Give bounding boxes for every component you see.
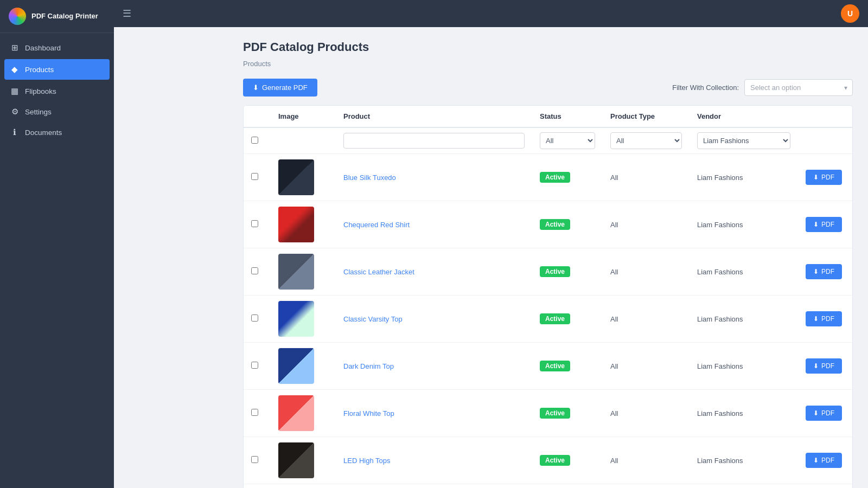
product-image-2 <box>278 254 314 290</box>
row-image-cell <box>271 390 336 437</box>
row-checkbox-5[interactable] <box>251 409 258 416</box>
table-filter-row: All All Liam Fashions <box>244 127 852 154</box>
pdf-button-6[interactable]: ⬇ PDF <box>806 453 842 468</box>
product-image-0 <box>278 159 314 195</box>
col-action-header <box>798 106 852 127</box>
row-type-cell: All <box>603 343 690 390</box>
row-checkbox-cell <box>244 437 271 484</box>
row-checkbox-4[interactable] <box>251 362 258 369</box>
row-action-cell: ⬇ PDF <box>798 296 852 343</box>
pdf-label-6: PDF <box>821 457 834 464</box>
table-row: Floral White Top Active All Liam Fashion… <box>244 390 852 437</box>
col-product-header: Product <box>336 106 532 127</box>
product-name-1[interactable]: Chequered Red Shirt <box>343 221 410 229</box>
row-type-cell: All <box>603 484 690 489</box>
row-action-cell: ⬇ PDF <box>798 437 852 484</box>
row-type-cell: All <box>603 154 690 201</box>
product-name-4[interactable]: Dark Denim Top <box>343 362 394 370</box>
status-badge-0: Active <box>540 172 570 183</box>
row-status-cell: Active <box>532 248 603 296</box>
pdf-label-3: PDF <box>821 315 834 323</box>
pdf-button-4[interactable]: ⬇ PDF <box>806 358 842 374</box>
pdf-download-icon-5: ⬇ <box>813 409 819 417</box>
row-checkbox-3[interactable] <box>251 314 258 322</box>
sidebar-item-products[interactable]: ◆ Products <box>4 59 110 80</box>
products-icon: ◆ <box>10 65 20 74</box>
table-row: Blue Silk Tuxedo Active All Liam Fashion… <box>244 154 852 201</box>
vendor-filter-select[interactable]: Liam Fashions <box>697 132 790 149</box>
sidebar-item-dashboard[interactable]: ⊞ Dashboard <box>0 37 114 58</box>
status-badge-2: Active <box>540 266 570 277</box>
row-image-cell <box>271 296 336 343</box>
user-avatar[interactable]: U <box>841 4 859 23</box>
pdf-download-icon-0: ⬇ <box>813 174 819 181</box>
row-image-cell <box>271 248 336 296</box>
product-name-5[interactable]: Floral White Top <box>343 409 394 418</box>
product-name-3[interactable]: Classic Varsity Top <box>343 315 403 323</box>
pdf-button-2[interactable]: ⬇ PDF <box>806 264 842 279</box>
topbar: ☰ U <box>114 0 868 27</box>
page-title: PDF Catalog Products <box>243 40 853 54</box>
status-filter-select[interactable]: All <box>540 132 595 149</box>
row-type-cell: All <box>603 201 690 248</box>
table-header-row: Image Product Status Product Type Vendor <box>244 106 852 127</box>
col-vendor-header: Vendor <box>690 106 798 127</box>
filter-product-cell <box>336 127 532 154</box>
row-checkbox-6[interactable] <box>251 456 258 463</box>
row-checkbox-1[interactable] <box>251 220 258 227</box>
row-checkbox-cell <box>244 343 271 390</box>
sidebar-item-flipbooks[interactable]: ▦ Flipbooks <box>0 81 114 101</box>
collection-filter-select[interactable]: Select an option <box>744 79 853 96</box>
sidebar-item-documents[interactable]: ℹ Documents <box>0 122 114 143</box>
row-status-cell: Active <box>532 484 603 489</box>
row-checkbox-cell <box>244 154 271 201</box>
sidebar-nav: ⊞ Dashboard ◆ Products ▦ Flipbooks ⚙ Set… <box>0 33 114 147</box>
select-all-checkbox[interactable] <box>251 137 258 144</box>
row-image-cell <box>271 154 336 201</box>
row-product-cell: Long Sleeve Cotton Top <box>336 484 532 489</box>
sidebar-item-settings[interactable]: ⚙ Settings <box>0 101 114 122</box>
app-title: PDF Catalog Printer <box>31 12 98 21</box>
product-name-0[interactable]: Blue Silk Tuxedo <box>343 174 396 182</box>
row-image-cell <box>271 437 336 484</box>
pdf-label-0: PDF <box>821 174 834 181</box>
row-checkbox-2[interactable] <box>251 267 258 274</box>
product-image-4 <box>278 348 314 384</box>
row-type-cell: All <box>603 437 690 484</box>
row-checkbox-cell <box>244 390 271 437</box>
product-name-6[interactable]: LED High Tops <box>343 457 390 465</box>
product-filter-input[interactable] <box>343 133 525 149</box>
row-product-cell: Floral White Top <box>336 390 532 437</box>
row-action-cell: ⬇ PDF <box>798 248 852 296</box>
generate-pdf-button[interactable]: ⬇ Generate PDF <box>243 79 317 97</box>
pdf-button-1[interactable]: ⬇ PDF <box>806 217 842 232</box>
pdf-label-2: PDF <box>821 268 834 275</box>
row-action-cell: ⬇ PDF <box>798 201 852 248</box>
status-badge-6: Active <box>540 455 570 466</box>
breadcrumb: Products <box>243 60 853 68</box>
sidebar: PDF Catalog Printer ⊞ Dashboard ◆ Produc… <box>0 0 114 488</box>
row-vendor-cell: Liam Fashions <box>690 201 798 248</box>
pdf-button-5[interactable]: ⬇ PDF <box>806 406 842 421</box>
filter-label: Filter With Collection: <box>672 84 739 92</box>
dashboard-icon: ⊞ <box>10 43 20 53</box>
product-image-1 <box>278 207 314 242</box>
pdf-button-0[interactable]: ⬇ PDF <box>806 170 842 185</box>
pdf-download-icon-3: ⬇ <box>813 315 819 323</box>
filter-action-cell <box>798 127 852 154</box>
pdf-button-3[interactable]: ⬇ PDF <box>806 311 842 326</box>
row-checkbox-0[interactable] <box>251 173 258 180</box>
filter-status-cell: All <box>532 127 603 154</box>
row-action-cell: ⬇ PDF <box>798 484 852 489</box>
row-vendor-cell: Liam Fashions <box>690 484 798 489</box>
menu-toggle[interactable]: ☰ <box>123 8 131 20</box>
row-product-cell: Classic Leather Jacket <box>336 248 532 296</box>
row-action-cell: ⬇ PDF <box>798 343 852 390</box>
pdf-download-icon-2: ⬇ <box>813 268 819 275</box>
product-name-2[interactable]: Classic Leather Jacket <box>343 268 414 276</box>
row-vendor-cell: Liam Fashions <box>690 154 798 201</box>
main-content: PDF Catalog Products Products ⬇ Generate… <box>228 27 868 488</box>
status-badge-4: Active <box>540 361 570 371</box>
type-filter-select[interactable]: All <box>610 132 682 149</box>
filter-image-cell <box>271 127 336 154</box>
